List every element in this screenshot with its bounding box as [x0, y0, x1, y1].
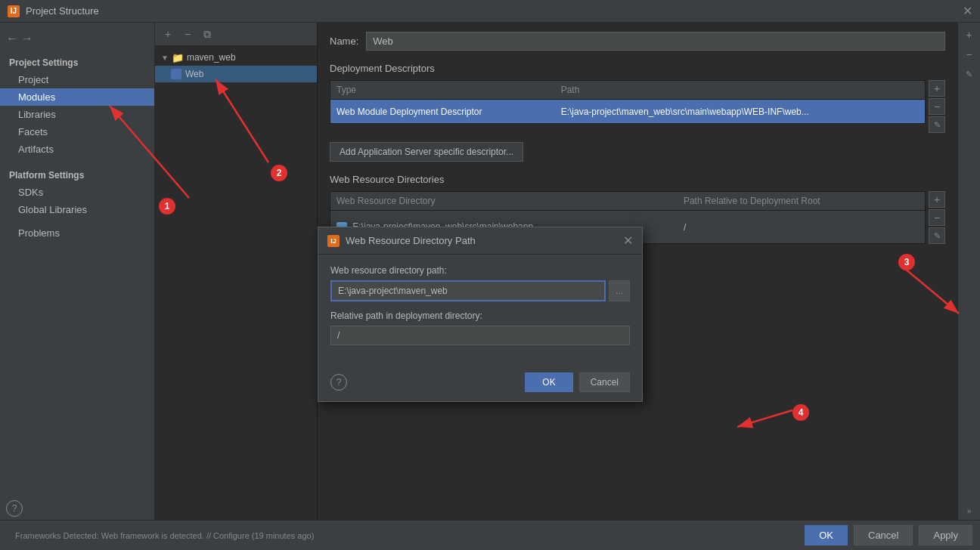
- dialog-cancel-button[interactable]: Cancel: [579, 372, 630, 392]
- back-arrow[interactable]: ←: [6, 32, 18, 45]
- tree-expander: ▼: [161, 54, 169, 62]
- project-settings-section: Project Settings: [0, 54, 154, 71]
- module-tree: ▼ 📁 maven_web Web: [155, 46, 317, 520]
- web-resource-dialog[interactable]: IJ Web Resource Directory Path ✕ Web res…: [318, 227, 643, 402]
- dialog-action-buttons: OK Cancel: [525, 372, 630, 392]
- dialog-ok-button[interactable]: OK: [525, 372, 572, 392]
- name-label: Name:: [330, 36, 358, 47]
- edit-web-resource-btn[interactable]: ✎: [929, 227, 945, 244]
- sidebar-item-sdks[interactable]: SDKs: [0, 184, 154, 201]
- forward-arrow[interactable]: →: [21, 32, 33, 45]
- right-edit-btn[interactable]: ✎: [960, 65, 978, 83]
- add-descriptor-btn[interactable]: +: [929, 80, 945, 97]
- title-bar: IJ Project Structure ✕: [0, 0, 980, 23]
- col-path: Path: [555, 81, 926, 100]
- add-module-button[interactable]: +: [160, 26, 176, 42]
- module-toolbar: + − ⧉: [155, 23, 317, 46]
- module-icon: [170, 68, 182, 80]
- dialog-title-bar: IJ Web Resource Directory Path ✕: [318, 227, 642, 255]
- ok-button[interactable]: OK: [805, 525, 848, 545]
- right-collapse-btn[interactable]: »: [960, 502, 978, 520]
- sidebar-item-project[interactable]: Project: [0, 71, 154, 88]
- col-web-resource-dir: Web Resource Directory: [330, 192, 678, 211]
- right-remove-btn[interactable]: −: [960, 45, 978, 63]
- module-panel: + − ⧉ ▼ 📁 maven_web Web: [155, 23, 318, 520]
- status-text: Frameworks Detected: Web framework is de…: [8, 531, 799, 540]
- cancel-button[interactable]: Cancel: [854, 525, 913, 545]
- sidebar-item-facets[interactable]: Facets: [0, 123, 154, 141]
- col-type: Type: [330, 81, 555, 100]
- folder-icon: 📁: [172, 51, 184, 63]
- help-button[interactable]: ?: [6, 500, 23, 517]
- web-resource-directories-title: Web Resource Directories: [330, 174, 945, 185]
- sidebar-item-problems[interactable]: Problems: [0, 224, 154, 242]
- dialog-help-button[interactable]: ?: [330, 374, 347, 391]
- edit-descriptor-btn[interactable]: ✎: [929, 116, 945, 133]
- sidebar: ← → Project Settings Project Modules Lib…: [0, 23, 155, 520]
- table-row[interactable]: Web Module Deployment Descriptor E:\java…: [330, 100, 926, 124]
- copy-module-button[interactable]: ⧉: [199, 26, 216, 42]
- nav-arrows: ← →: [0, 29, 154, 51]
- add-web-resource-btn[interactable]: +: [929, 191, 945, 208]
- window-close-button[interactable]: ✕: [963, 4, 972, 18]
- sidebar-item-libraries[interactable]: Libraries: [0, 106, 154, 123]
- remove-web-resource-btn[interactable]: −: [929, 209, 945, 226]
- add-app-server-descriptor-button[interactable]: Add Application Server specific descript…: [330, 142, 523, 162]
- cell-web-relative: /: [678, 211, 926, 244]
- dialog-bottom: ? OK Cancel: [318, 366, 642, 401]
- web-resource-side-buttons: + − ✎: [926, 191, 945, 244]
- platform-settings-section: Platform Settings: [0, 167, 154, 184]
- dialog-relative-input[interactable]: [330, 326, 630, 345]
- descriptor-side-buttons: + − ✎: [926, 80, 945, 133]
- deployment-descriptors-title: Deployment Descriptors: [330, 63, 945, 74]
- app-icon: IJ: [8, 5, 20, 17]
- sidebar-item-global-libraries[interactable]: Global Libraries: [0, 201, 154, 218]
- right-sidebar: + − ✎ »: [957, 23, 980, 520]
- tree-item-web[interactable]: Web: [155, 66, 317, 82]
- dialog-relative-row: [330, 326, 630, 345]
- sidebar-item-artifacts[interactable]: Artifacts: [0, 141, 154, 158]
- dialog-content: Web resource directory path: ... Relativ…: [318, 255, 642, 366]
- col-relative-path: Path Relative to Deployment Root: [678, 192, 926, 211]
- name-input[interactable]: [366, 32, 945, 51]
- dialog-path-input[interactable]: [330, 280, 606, 301]
- right-add-btn[interactable]: +: [960, 26, 978, 44]
- dialog-icon: IJ: [327, 235, 340, 247]
- cell-type: Web Module Deployment Descriptor: [330, 100, 555, 124]
- dialog-title: Web Resource Directory Path: [346, 235, 617, 246]
- deployment-table-container: Type Path Web Module Deployment Descript…: [330, 80, 945, 133]
- dialog-field-label: Web resource directory path:: [330, 265, 630, 276]
- dialog-browse-button[interactable]: ...: [609, 280, 630, 301]
- window-title: Project Structure: [26, 5, 957, 17]
- dialog-relative-label: Relative path in deployment directory:: [330, 311, 630, 321]
- apply-button[interactable]: Apply: [919, 525, 972, 545]
- remove-descriptor-btn[interactable]: −: [929, 98, 945, 115]
- bottom-bar: ? Frameworks Detected: Web framework is …: [0, 520, 980, 550]
- sidebar-item-modules[interactable]: Modules: [0, 88, 154, 106]
- tree-item-maven-web[interactable]: ▼ 📁 maven_web: [155, 49, 317, 66]
- remove-module-button[interactable]: −: [179, 26, 196, 42]
- deployment-descriptors-table: Type Path Web Module Deployment Descript…: [330, 80, 926, 124]
- cell-path: E:\java-project\maven_web\src\main\webap…: [555, 100, 926, 124]
- name-row: Name:: [330, 32, 945, 51]
- dialog-input-row: ...: [330, 280, 630, 301]
- dialog-close-button[interactable]: ✕: [623, 233, 633, 248]
